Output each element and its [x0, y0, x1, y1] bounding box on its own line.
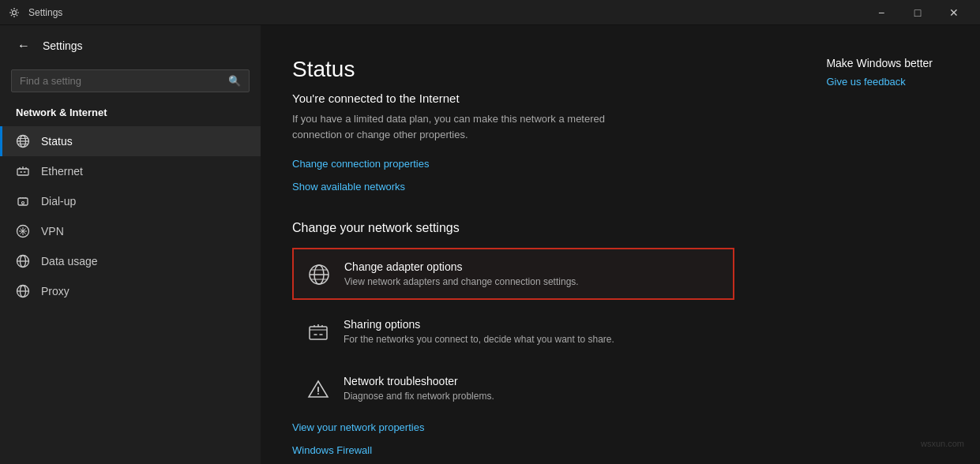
give-feedback-link[interactable]: Give us feedback [826, 76, 905, 88]
show-available-networks-link[interactable]: Show available networks [292, 181, 405, 193]
maximize-button[interactable]: □ [899, 0, 936, 25]
svg-point-0 [13, 10, 17, 14]
sidebar-section-title: Network & Internet [0, 102, 261, 126]
watermark: wsxun.com [921, 439, 964, 448]
window-controls: − □ ✕ [863, 0, 972, 25]
windows-firewall-link[interactable]: Windows Firewall [292, 444, 372, 456]
title-bar: Settings − □ ✕ [0, 0, 980, 25]
sidebar: ← Settings 🔍 Network & Internet Status [0, 25, 261, 464]
ethernet-icon [16, 164, 30, 178]
sidebar-item-datausage-label: Data usage [41, 255, 98, 268]
make-better-label: Make Windows better [826, 57, 933, 69]
back-button[interactable]: ← [13, 35, 35, 57]
sharing-option-desc: For the networks you connect to, decide … [344, 334, 614, 345]
sharing-icon [306, 320, 331, 345]
sidebar-app-title: Settings [43, 39, 83, 52]
sharing-option-title: Sharing options [344, 318, 614, 331]
sharing-options[interactable]: Sharing options For the networks you con… [292, 306, 734, 357]
search-icon: 🔍 [228, 75, 241, 87]
sidebar-item-status[interactable]: Status [0, 126, 261, 156]
sidebar-top: ← Settings [0, 25, 261, 63]
svg-rect-13 [310, 327, 327, 339]
main-content: Make Windows better Give us feedback Sta… [261, 25, 980, 464]
adapter-icon [306, 262, 332, 287]
sidebar-item-proxy-label: Proxy [41, 285, 69, 297]
network-troubleshooter[interactable]: Network troubleshooter Diagnose and fix … [292, 363, 734, 413]
sidebar-item-ethernet[interactable]: Ethernet [0, 156, 261, 186]
view-network-properties-link[interactable]: View your network properties [292, 421, 424, 433]
sidebar-item-proxy[interactable]: Proxy [0, 276, 261, 306]
search-box[interactable]: 🔍 [11, 69, 250, 92]
svg-point-14 [317, 393, 319, 395]
sidebar-item-status-label: Status [41, 135, 73, 148]
vpn-icon [16, 224, 30, 238]
change-connection-properties-link[interactable]: Change connection properties [292, 158, 429, 170]
globe-icon [16, 134, 30, 148]
right-panel: Make Windows better Give us feedback [826, 57, 933, 97]
minimize-button[interactable]: − [863, 0, 899, 25]
troubleshooter-option-title: Network troubleshooter [344, 375, 494, 387]
sidebar-item-vpn-label: VPN [41, 225, 64, 238]
app-body: ← Settings 🔍 Network & Internet Status [0, 25, 980, 464]
sidebar-item-dialup[interactable]: Dial-up [0, 186, 261, 216]
sidebar-item-datausage[interactable]: Data usage [0, 246, 261, 276]
change-adapter-options[interactable]: Change adapter options View network adap… [292, 248, 734, 300]
network-settings-section-title: Change your network settings [292, 221, 933, 235]
close-button[interactable]: ✕ [936, 0, 972, 25]
troubleshooter-icon [306, 376, 331, 402]
title-bar-title: Settings [28, 7, 62, 18]
troubleshooter-option-desc: Diagnose and fix network problems. [344, 391, 494, 402]
proxy-icon [16, 284, 30, 298]
adapter-option-title: Change adapter options [344, 260, 579, 273]
sidebar-item-vpn[interactable]: VPN [0, 216, 261, 246]
dialup-icon [16, 194, 30, 208]
svg-rect-3 [17, 169, 28, 175]
search-input[interactable] [20, 75, 222, 87]
settings-icon [8, 6, 21, 19]
sidebar-item-dialup-label: Dial-up [41, 195, 76, 208]
status-description: If you have a limited data plan, you can… [292, 111, 624, 142]
adapter-option-desc: View network adapters and change connect… [344, 276, 579, 287]
datausage-icon [16, 254, 30, 268]
svg-point-5 [22, 202, 24, 204]
sidebar-item-ethernet-label: Ethernet [41, 165, 83, 178]
